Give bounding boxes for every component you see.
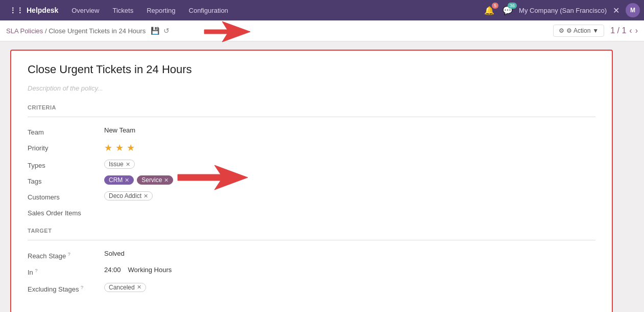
team-row: Team New Team (28, 123, 595, 139)
sales-order-row: Sales Order Items (28, 204, 595, 220)
star-2[interactable]: ★ (115, 142, 124, 153)
reach-stage-value: Solved (104, 250, 125, 257)
app-name: Helpdesk (27, 6, 58, 14)
excluding-stages-tag[interactable]: Canceled ✕ (104, 283, 146, 292)
nav-tickets[interactable]: Tickets (106, 5, 139, 16)
notification-badge: 5 (492, 3, 498, 9)
sales-order-label: Sales Order Items (28, 207, 94, 217)
customer-tag-remove[interactable]: ✕ (144, 193, 148, 199)
breadcrumb-icons: 💾 ↺ (150, 26, 171, 36)
gear-icon: ⚙ (559, 27, 564, 34)
company-selector[interactable]: My Company (San Francisco) (519, 7, 607, 14)
reach-stage-help[interactable]: ? (68, 252, 70, 257)
breadcrumb: SLA Policies / Close Urgent Tickets in 2… (6, 27, 146, 35)
form-card: Close Urgent Tickets in 24 Hours Descrip… (10, 50, 613, 312)
tag-crm[interactable]: CRM ✕ (104, 175, 134, 185)
excluding-stages-value: Canceled ✕ (104, 283, 146, 292)
messages-badge: 36 (508, 3, 517, 9)
reach-stage-label: Reach Stage ? (28, 250, 94, 260)
activity-icon[interactable]: 🔔 5 (482, 4, 496, 17)
save-icon[interactable]: 💾 (150, 26, 160, 36)
excluding-stages-row: Excluding Stages ? Canceled ✕ (28, 280, 595, 296)
form-description[interactable]: Description of the policy... (28, 84, 595, 92)
types-tag[interactable]: Issue ✕ (104, 160, 135, 169)
priority-stars[interactable]: ★ ★ ★ (104, 142, 135, 153)
excluding-stages-help[interactable]: ? (81, 285, 83, 290)
breadcrumb-right: ⚙ ⚙ Action ▼ 1 / 1 ‹ › (553, 25, 638, 37)
customer-tag[interactable]: Deco Addict ✕ (104, 191, 153, 200)
tag-crm-label: CRM (109, 176, 123, 184)
customers-value: Deco Addict ✕ (104, 191, 153, 200)
reach-stage-row: Reach Stage ? Solved (28, 247, 595, 263)
pager-text: 1 / 1 (610, 26, 626, 35)
close-icon[interactable]: ✕ (611, 4, 622, 17)
excluding-stages-label: Excluding Stages ? (28, 283, 94, 293)
breadcrumb-current: Close Urgent Tickets in 24 Hours (49, 27, 146, 35)
svg-marker-0 (204, 21, 250, 42)
tag-service[interactable]: Service ✕ (137, 175, 173, 185)
topnav: ⋮⋮ Helpdesk Overview Tickets Reporting C… (0, 0, 644, 20)
excluding-stages-tag-label: Canceled (109, 284, 135, 291)
priority-label: Priority (28, 142, 94, 152)
breadcrumb-bar: SLA Policies / Close Urgent Tickets in 2… (0, 20, 644, 41)
types-label: Types (28, 160, 94, 169)
messages-icon[interactable]: 💬 36 (500, 4, 515, 17)
types-value: Issue ✕ (104, 160, 135, 169)
next-icon[interactable]: › (635, 26, 638, 35)
excluding-stages-tag-remove[interactable]: ✕ (137, 284, 141, 291)
in-unit: Working Hours (128, 266, 172, 274)
tag-service-remove[interactable]: ✕ (164, 177, 169, 184)
tags-value: CRM ✕ Service ✕ (104, 175, 173, 185)
refresh-icon[interactable]: ↺ (162, 26, 171, 36)
action-label: ⚙ Action (566, 27, 590, 34)
target-divider (28, 240, 595, 240)
criteria-section-label: CRITERIA (28, 104, 595, 110)
tag-crm-remove[interactable]: ✕ (125, 177, 129, 184)
tags-row: Tags CRM ✕ Service ✕ (28, 172, 595, 188)
types-tag-remove[interactable]: ✕ (126, 161, 130, 168)
customer-tag-label: Deco Addict (109, 192, 141, 199)
types-row: Types Issue ✕ (28, 157, 595, 172)
avatar[interactable]: M (626, 3, 640, 17)
chevron-down-icon: ▼ (592, 27, 599, 34)
in-row: In ? 24:00 Working Hours (28, 263, 595, 279)
topnav-right: 🔔 5 💬 36 My Company (San Francisco) ✕ M (482, 3, 640, 17)
tag-service-label: Service (141, 176, 162, 184)
customers-label: Customers (28, 191, 94, 201)
action-button[interactable]: ⚙ ⚙ Action ▼ (553, 25, 604, 37)
breadcrumb-arrow-annotation (202, 19, 253, 44)
nav-configuration[interactable]: Configuration (183, 5, 234, 16)
team-value: New Team (104, 126, 135, 134)
app-logo[interactable]: ⋮⋮ Helpdesk (4, 6, 63, 14)
types-tag-label: Issue (109, 161, 124, 168)
main-area: Close Urgent Tickets in 24 Hours Descrip… (0, 41, 644, 312)
target-section-label: TARGET (28, 228, 595, 234)
criteria-divider (28, 117, 595, 117)
in-hours: 24:00 (104, 266, 121, 274)
nav-reporting[interactable]: Reporting (140, 5, 181, 16)
team-label: Team (28, 126, 94, 136)
priority-row: Priority ★ ★ ★ (28, 139, 595, 157)
in-value: 24:00 Working Hours (104, 266, 172, 274)
pager: 1 / 1 ‹ › (610, 26, 638, 35)
star-3[interactable]: ★ (127, 142, 135, 153)
breadcrumb-parent[interactable]: SLA Policies (6, 27, 43, 35)
nav-overview[interactable]: Overview (65, 5, 105, 16)
tags-label: Tags (28, 175, 94, 185)
prev-icon[interactable]: ‹ (629, 26, 632, 35)
customers-row: Customers Deco Addict ✕ (28, 188, 595, 204)
form-title: Close Urgent Tickets in 24 Hours (28, 63, 595, 76)
topnav-menu: Overview Tickets Reporting Configuration (65, 5, 480, 16)
grid-icon: ⋮⋮ (9, 6, 23, 14)
star-1[interactable]: ★ (104, 142, 112, 153)
in-label: In ? (28, 266, 94, 276)
in-help[interactable]: ? (35, 268, 37, 273)
